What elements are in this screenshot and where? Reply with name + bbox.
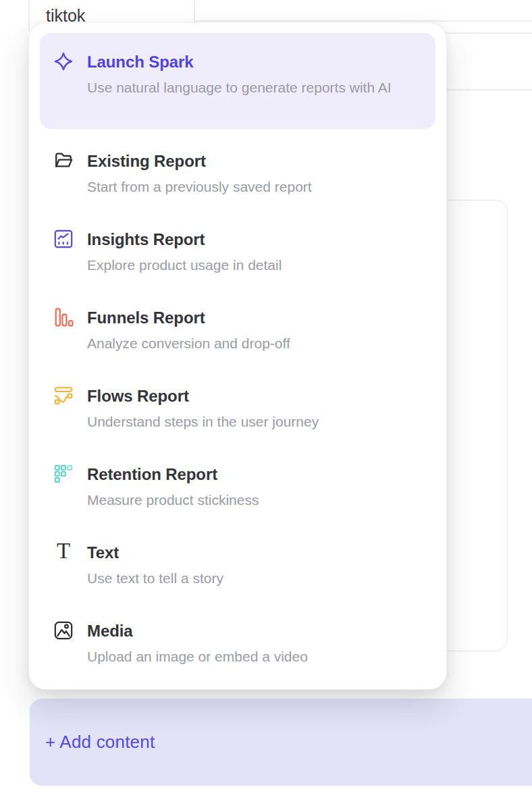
- menu-item-text[interactable]: T Text Use text to tell a story: [29, 520, 446, 599]
- menu-item-description: Use text to tell a story: [87, 569, 223, 588]
- flows-icon: [53, 385, 74, 406]
- media-image-icon: [53, 620, 74, 641]
- retention-grid-icon: [53, 464, 74, 484]
- add-content-menu: Launch Spark Use natural language to gen…: [28, 22, 447, 690]
- menu-item-funnels-report[interactable]: Funnels Report Analyze conversion and dr…: [29, 286, 446, 364]
- menu-item-title: Retention Report: [87, 464, 259, 485]
- funnels-bars-icon: [53, 307, 74, 327]
- add-content-label: + Add content: [45, 732, 155, 753]
- menu-item-title: Text: [87, 542, 223, 564]
- text-icon: T: [53, 542, 74, 562]
- menu-item-title: Flows Report: [87, 385, 319, 407]
- insights-chart-icon: [53, 229, 74, 249]
- menu-item-title: Media: [87, 620, 308, 642]
- menu-item-description: Upload an image or embed a video: [87, 647, 308, 666]
- menu-item-media[interactable]: Media Upload an image or embed a video: [29, 599, 446, 677]
- folder-open-icon: [53, 151, 74, 171]
- menu-item-title: Insights Report: [87, 229, 282, 250]
- background-panel-border: [28, 0, 30, 31]
- menu-item-description: Start from a previously saved report: [87, 178, 312, 196]
- background-panel-border: [194, 0, 195, 22]
- menu-item-insights-report[interactable]: Insights Report Explore product usage in…: [29, 207, 446, 286]
- menu-item-flows-report[interactable]: Flows Report Understand steps in the use…: [29, 364, 446, 442]
- menu-item-title: Existing Report: [87, 151, 312, 172]
- menu-item-description: Use natural language to generate reports…: [87, 78, 392, 97]
- menu-item-description: Explore product usage in detail: [87, 256, 282, 275]
- menu-item-title: Launch Spark: [87, 51, 392, 73]
- menu-item-existing-report[interactable]: Existing Report Start from a previously …: [29, 129, 446, 207]
- menu-item-title: Funnels Report: [87, 307, 290, 329]
- spark-icon: [53, 51, 74, 72]
- menu-item-description: Understand steps in the user journey: [87, 412, 319, 431]
- add-content-button[interactable]: + Add content: [30, 699, 532, 786]
- menu-item-description: Analyze conversion and drop-off: [87, 334, 290, 353]
- background-row-divider: [194, 20, 532, 22]
- menu-item-retention-report[interactable]: Retention Report Measure product stickin…: [29, 442, 446, 520]
- menu-item-launch-spark[interactable]: Launch Spark Use natural language to gen…: [40, 33, 435, 129]
- menu-item-description: Measure product stickiness: [87, 491, 259, 510]
